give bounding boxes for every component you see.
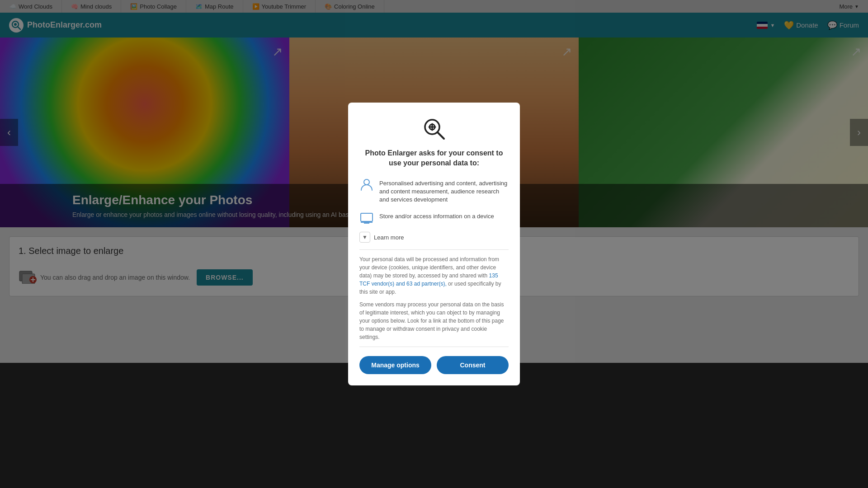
modal-divider <box>359 249 509 250</box>
personalised-ads-icon <box>359 178 374 192</box>
learn-more-row[interactable]: ▼ Learn more <box>359 232 509 243</box>
modal-body-text-2: Some vendors may process your personal d… <box>359 300 509 341</box>
store-access-text: Store and/or access information on a dev… <box>379 211 494 221</box>
learn-more-chevron-icon: ▼ <box>359 232 370 243</box>
consent-item-personalised: Personalised advertising and content, ad… <box>359 178 509 204</box>
modal-logo-icon <box>421 116 447 141</box>
modal-title: Photo Enlarger asks for your consent to … <box>359 148 509 169</box>
manage-options-button[interactable]: Manage options <box>359 356 431 374</box>
modal-buttons: Manage options Consent <box>359 356 509 374</box>
svg-line-12 <box>438 132 444 139</box>
store-access-icon <box>359 211 374 225</box>
consent-item-store: Store and/or access information on a dev… <box>359 211 509 225</box>
consent-button[interactable]: Consent <box>437 356 509 374</box>
learn-more-label: Learn more <box>374 234 404 241</box>
modal-logo <box>359 116 509 141</box>
consent-overlay: Photo Enlarger asks for your consent to … <box>0 0 868 488</box>
svg-rect-16 <box>361 213 373 221</box>
modal-divider-2 <box>359 347 509 347</box>
consent-modal: Photo Enlarger asks for your consent to … <box>348 103 520 385</box>
svg-point-15 <box>364 179 369 185</box>
modal-body-text-1: Your personal data will be processed and… <box>359 255 509 296</box>
personalised-ads-text: Personalised advertising and content, ad… <box>379 178 509 204</box>
